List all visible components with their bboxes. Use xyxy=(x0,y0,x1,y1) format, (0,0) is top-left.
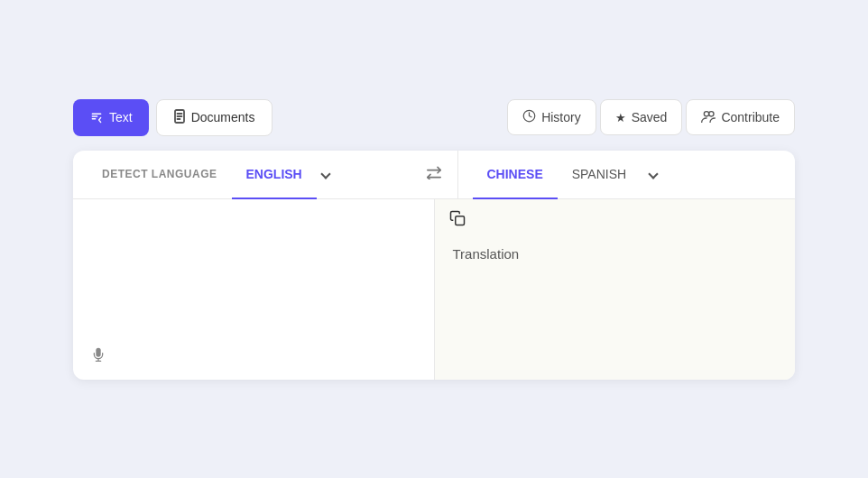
history-label: History xyxy=(541,110,581,124)
lang-right: CHINESE SPANISH xyxy=(457,151,796,198)
chevron-down-icon xyxy=(649,169,659,179)
nav-right: History ★ Saved Contribute xyxy=(507,99,795,135)
chevron-down-icon xyxy=(320,169,330,179)
nav-left: Text Documents xyxy=(73,99,272,136)
documents-tab-button[interactable]: Documents xyxy=(156,99,272,136)
document-icon xyxy=(173,109,186,126)
top-nav: Text Documents xyxy=(73,99,795,151)
english-language-option[interactable]: ENGLISH xyxy=(232,151,317,199)
star-icon: ★ xyxy=(615,111,626,124)
microphone-button[interactable] xyxy=(91,347,106,365)
output-panel: Translation xyxy=(435,199,796,380)
swap-languages-button[interactable] xyxy=(411,151,457,198)
main-card: DETECT LANGUAGE ENGLISH CHINESE xyxy=(73,151,795,380)
source-text-input[interactable] xyxy=(91,214,416,358)
svg-point-6 xyxy=(709,111,714,115)
language-dropdown-left[interactable] xyxy=(317,167,333,181)
detect-language-button[interactable]: DETECT LANGUAGE xyxy=(88,152,232,197)
history-icon xyxy=(522,109,536,125)
swap-icon xyxy=(425,165,443,183)
translate-icon xyxy=(89,109,104,126)
text-tab-label: Text xyxy=(109,110,133,124)
lang-left: DETECT LANGUAGE ENGLISH xyxy=(73,151,411,198)
contribute-button[interactable]: Contribute xyxy=(686,99,795,135)
translation-area: Translation xyxy=(73,199,795,380)
contribute-label: Contribute xyxy=(721,110,780,124)
text-tab-button[interactable]: Text xyxy=(73,99,149,136)
spanish-language-option[interactable]: SPANISH xyxy=(558,151,641,198)
svg-point-5 xyxy=(705,111,709,115)
documents-tab-label: Documents xyxy=(191,110,255,124)
translation-output: Translation xyxy=(453,246,778,262)
contribute-icon xyxy=(701,110,716,125)
app-container: Text Documents xyxy=(73,99,795,380)
input-panel xyxy=(73,199,435,380)
saved-label: Saved xyxy=(632,110,668,124)
chinese-language-option[interactable]: CHINESE xyxy=(473,151,558,199)
language-dropdown-right[interactable] xyxy=(644,167,660,181)
history-button[interactable]: History xyxy=(507,99,596,135)
svg-rect-9 xyxy=(455,216,464,225)
saved-button[interactable]: ★ Saved xyxy=(600,99,683,135)
copy-button[interactable] xyxy=(449,210,466,230)
language-bar: DETECT LANGUAGE ENGLISH CHINESE xyxy=(73,151,795,199)
